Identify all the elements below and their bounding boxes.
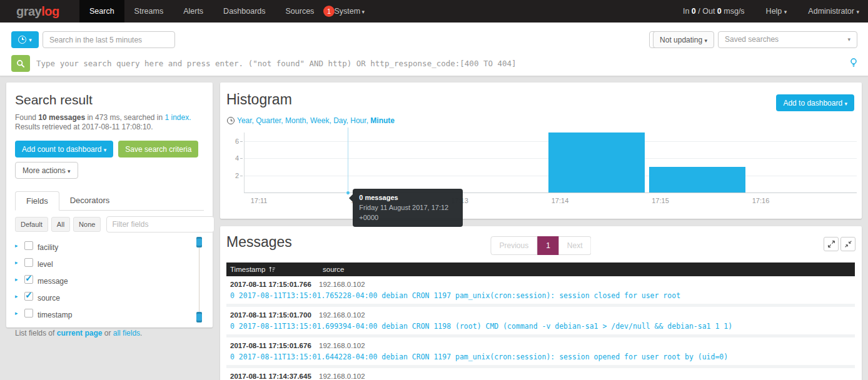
search-result-sidebar: Search result Found 10 messages in 473 m… <box>6 82 213 328</box>
histogram-plot[interactable] <box>244 132 857 193</box>
graylog-logo[interactable]: graylog <box>16 0 59 22</box>
sidebar-tabs: Fields Decorators <box>15 191 204 211</box>
field-checkbox-level[interactable] <box>24 258 33 267</box>
fields-default-button[interactable]: Default <box>15 217 48 232</box>
y-tick-mark <box>240 176 243 176</box>
column-source[interactable]: source <box>323 266 345 273</box>
timerange-input[interactable] <box>43 31 175 48</box>
nav-item-alerts[interactable]: Alerts <box>173 0 213 22</box>
search-submit-button[interactable] <box>11 55 30 72</box>
add-to-dashboard-button[interactable]: Add to dashboard ▾ <box>776 94 854 111</box>
caret-down-icon: ▾ <box>844 101 847 107</box>
chart-crosshair <box>348 128 348 192</box>
field-row-message: ▸✓message <box>15 271 204 288</box>
refresh-interval-button[interactable]: Not updating ▾ <box>653 31 714 48</box>
expand-table-button[interactable] <box>824 237 839 251</box>
expand-field-icon[interactable]: ▸ <box>15 293 20 299</box>
message-text[interactable]: 0 2017-08-11T13:15:01.644228-04:00 debia… <box>230 352 855 361</box>
pagination: Previous 1 Next <box>490 236 591 255</box>
message-row[interactable]: 2017-08-11 17:14:37.645192.168.0.1020 20… <box>226 368 855 380</box>
save-search-criteria-button[interactable]: Save search criteria <box>118 141 198 158</box>
resolution-week[interactable]: Week <box>310 116 329 125</box>
expand-field-icon[interactable]: ▸ <box>15 310 20 316</box>
lightbulb-icon <box>849 58 859 68</box>
field-checkbox-timestamp[interactable] <box>24 309 33 318</box>
throughput-indicator: In 0 / Out 0 msg/s <box>683 0 745 23</box>
resolution-links: Year, Quarter, Month, Week, Day, Hour, M… <box>237 116 395 125</box>
nav-item-user-menu[interactable]: Administrator ▾ <box>808 0 859 23</box>
y-tick-mark <box>240 158 243 159</box>
nav-item-streams[interactable]: Streams <box>124 0 174 22</box>
navbar-right: In 0 / Out 0 msg/s Help ▾ Administrator … <box>683 0 859 23</box>
index-link[interactable]: 1 index. <box>165 113 191 122</box>
clock-icon <box>227 117 235 124</box>
histogram-panel: Histogram Add to dashboard ▾ Year, Quart… <box>220 82 862 219</box>
clock-icon <box>18 36 26 44</box>
more-actions-button[interactable]: More actions ▾ <box>15 162 78 179</box>
tooltip-value: 0 messages <box>359 192 457 202</box>
field-label: source <box>38 294 60 302</box>
histogram-title: Histogram <box>226 91 292 108</box>
field-row-level: ▸level <box>15 254 204 271</box>
nav-item-sources[interactable]: Sources <box>276 0 325 22</box>
fields-none-button[interactable]: None <box>73 217 101 232</box>
message-source: 192.168.0.102 <box>319 342 365 349</box>
current-page-link[interactable]: current page <box>57 329 103 338</box>
graylog-app: graylog SearchStreamsAlertsDashboardsSou… <box>0 0 868 380</box>
pagination-page-1[interactable]: 1 <box>537 236 559 255</box>
nav-item-search[interactable]: Search <box>79 0 124 22</box>
resolution-day[interactable]: Day <box>333 116 346 125</box>
x-axis-label: 17:16 <box>747 197 775 204</box>
field-checkbox-source[interactable]: ✓ <box>24 292 33 301</box>
message-text[interactable]: 0 2017-08-11T13:15:01.699394-04:00 debia… <box>230 322 855 331</box>
all-fields-link[interactable]: all fields <box>113 329 140 338</box>
search-query-input[interactable] <box>36 55 842 72</box>
x-axis: 17:1117:1217:1317:1417:1517:16 <box>244 197 857 208</box>
fields-all-button[interactable]: All <box>51 217 70 232</box>
message-timestamp: 2017-08-11 17:15:01.700 <box>230 311 319 319</box>
navbar: graylog SearchStreamsAlertsDashboardsSou… <box>0 0 868 22</box>
field-row-source: ▸✓source <box>15 288 204 304</box>
result-summary: Found 10 messages in 473 ms, searched in… <box>15 113 204 122</box>
expand-field-icon[interactable]: ▸ <box>15 276 20 282</box>
resolution-hour[interactable]: Hour <box>350 116 366 125</box>
expand-field-icon[interactable]: ▸ <box>15 259 20 266</box>
resolution-minute[interactable]: Minute <box>370 116 395 125</box>
timerange-button[interactable]: ▾ <box>11 31 39 48</box>
message-row[interactable]: 2017-08-11 17:15:01.676192.168.0.1020 20… <box>226 338 855 368</box>
add-count-to-dashboard-button[interactable]: Add count to dashboard ▾ <box>15 141 113 158</box>
messages-table: Timestamp source 2017-08-11 17:15:01.766… <box>226 262 855 380</box>
message-row[interactable]: 2017-08-11 17:15:01.766192.168.0.1020 20… <box>226 276 855 307</box>
filter-fields-input[interactable] <box>106 216 214 232</box>
tab-decorators[interactable]: Decorators <box>59 191 121 211</box>
histogram-bar-17:15[interactable] <box>649 167 745 192</box>
caret-down-icon: ▾ <box>784 9 787 15</box>
query-help-icon[interactable] <box>848 58 859 69</box>
expand-icon <box>827 240 835 248</box>
caret-down-icon: ▾ <box>704 38 707 44</box>
out-rate: 0 <box>717 7 722 16</box>
compress-table-button[interactable] <box>840 237 855 251</box>
slider-handle-bottom[interactable] <box>196 312 202 322</box>
slider-handle-top[interactable] <box>196 237 202 248</box>
nav-item-help[interactable]: Help ▾ <box>766 0 787 23</box>
field-checkbox-facility[interactable] <box>24 241 33 250</box>
field-checkbox-message[interactable]: ✓ <box>24 275 33 284</box>
expand-field-icon[interactable]: ▸ <box>15 242 20 249</box>
resolution-quarter[interactable]: Quarter <box>256 116 281 125</box>
column-timestamp[interactable]: Timestamp <box>230 266 323 273</box>
resolution-year[interactable]: Year <box>237 116 252 125</box>
pagination-previous[interactable]: Previous <box>490 236 537 255</box>
message-text[interactable]: 0 2017-08-11T13:15:01.765228-04:00 debia… <box>230 291 855 300</box>
message-row[interactable]: 2017-08-11 17:15:01.700192.168.0.1020 20… <box>226 307 855 338</box>
message-source: 192.168.0.102 <box>319 311 365 319</box>
nav-item-dashboards[interactable]: Dashboards <box>213 0 275 22</box>
notification-badge[interactable]: 1 <box>323 6 335 17</box>
resolution-selector: Year, Quarter, Month, Week, Day, Hour, M… <box>227 116 395 125</box>
histogram-bar-17:14[interactable] <box>548 132 645 192</box>
tab-fields[interactable]: Fields <box>15 191 59 211</box>
saved-searches-select[interactable]: Saved searches▾ <box>718 31 857 48</box>
resolution-month[interactable]: Month <box>285 116 306 125</box>
caret-down-icon: ▾ <box>847 32 850 48</box>
pagination-next[interactable]: Next <box>559 236 592 255</box>
